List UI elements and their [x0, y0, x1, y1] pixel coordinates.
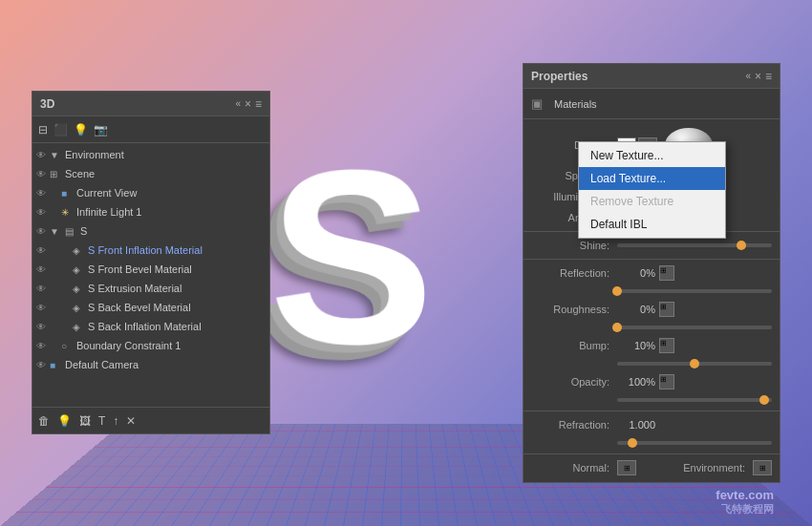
materials-tab-icon[interactable]: ▣: [531, 96, 543, 111]
scene-item-s-extrusion[interactable]: 👁 ◈ S Extrusion Material: [32, 279, 269, 298]
bump-slider-thumb[interactable]: [690, 359, 699, 368]
reflection-value: 0%: [617, 267, 655, 279]
camera-icon[interactable]: 📷: [94, 123, 108, 137]
panel-3d-title: 3D: [40, 97, 54, 111]
eye-icon-sfi[interactable]: 👁: [36, 245, 50, 256]
eye-icon-sfb[interactable]: 👁: [36, 264, 50, 275]
roughness-label: Roughness:: [531, 304, 617, 315]
props-close-icon[interactable]: ×: [755, 70, 761, 83]
light-icon[interactable]: 💡: [74, 123, 88, 137]
roughness-slider-row: [524, 320, 780, 335]
eye-icon-dc[interactable]: 👁: [36, 360, 50, 370]
panel-3d-toolbar: ⊟ ⬛ 💡 📷: [32, 116, 269, 143]
currentview-label: Current View: [76, 187, 266, 199]
shine-label: Shine:: [531, 240, 617, 251]
cube-icon[interactable]: ⬛: [53, 123, 68, 137]
watermark-line1: fevte.com: [716, 488, 774, 502]
refraction-value: 1.000: [617, 419, 655, 431]
eye-icon-se[interactable]: 👁: [36, 284, 50, 294]
roughness-slider-track[interactable]: [617, 326, 772, 329]
scene-item-camera[interactable]: 👁 ■ Default Camera: [32, 355, 269, 374]
scene-item-s-back-bevel[interactable]: 👁 ◈ S Back Bevel Material: [32, 298, 269, 317]
material-icon-sfb: ◈: [73, 264, 88, 275]
opacity-slider-track[interactable]: [617, 398, 772, 402]
panel-3d-menu-icon[interactable]: ≡: [255, 97, 262, 111]
props-menu-icon[interactable]: ≡: [765, 70, 772, 83]
eye-icon-bc[interactable]: 👁: [36, 341, 50, 351]
refraction-slider-track[interactable]: [617, 441, 772, 445]
bt-light-icon[interactable]: 💡: [57, 414, 72, 428]
eye-icon-env[interactable]: 👁: [36, 150, 50, 160]
shine-slider-track[interactable]: [617, 243, 772, 247]
scene-item-s-front-inflation[interactable]: 👁 ◈ S Front Inflation Material: [32, 241, 269, 260]
environment-label: Environment:: [683, 462, 753, 473]
normal-label: Normal:: [531, 462, 617, 473]
opacity-slider-thumb[interactable]: [759, 395, 769, 405]
eye-icon-cv[interactable]: 👁: [36, 188, 50, 199]
eye-icon-il[interactable]: 👁: [36, 207, 50, 218]
normal-texture-btn[interactable]: ⊞: [617, 460, 636, 475]
refraction-slider-thumb[interactable]: [628, 438, 637, 448]
big-3d-letter: S: [269, 112, 435, 403]
prop-row-reflection: Reflection: 0% ⊞: [524, 263, 780, 284]
reflection-link-btn[interactable]: ⊞: [659, 265, 674, 281]
reflection-label: Reflection:: [531, 267, 617, 279]
scene-item-s[interactable]: 👁 ▼ ▤ S: [32, 221, 269, 241]
bump-slider-track[interactable]: [617, 362, 772, 366]
props-title: Properties: [531, 70, 588, 83]
eye-icon-sbi[interactable]: 👁: [36, 322, 50, 332]
scene-item-boundary[interactable]: 👁 ○ Boundary Constraint 1: [32, 336, 269, 355]
context-menu-item-load-texture[interactable]: Load Texture...: [579, 167, 725, 190]
bump-link-btn[interactable]: ⊞: [659, 338, 674, 353]
scene-item-currentview[interactable]: 👁 ■ Current View: [32, 183, 269, 202]
roughness-link-btn[interactable]: ⊞: [659, 302, 674, 317]
bt-trash-icon[interactable]: 🗑: [38, 414, 50, 428]
reflection-slider-track[interactable]: [617, 289, 772, 293]
eye-icon-scene[interactable]: 👁: [36, 169, 50, 179]
shine-slider-thumb[interactable]: [737, 241, 746, 250]
panel-3d-collapse-icon[interactable]: «: [235, 98, 241, 109]
bt-delete-icon[interactable]: ✕: [126, 414, 136, 428]
scene-item-environment[interactable]: 👁 ▼ Environment: [32, 145, 269, 164]
panel-3d: 3D « × ≡ ⊟ ⬛ 💡 📷 👁 ▼ Environment 👁 ⊞ Sce…: [32, 91, 270, 434]
context-menu: New Texture... Load Texture... Remove Te…: [578, 141, 726, 239]
camera-label: Default Camera: [65, 359, 266, 370]
prop-row-opacity: Opacity: 100% ⊞: [524, 371, 780, 392]
context-menu-item-new-texture[interactable]: New Texture...: [579, 144, 725, 167]
materials-tab[interactable]: Materials: [550, 96, 601, 112]
scene-icon: ⊞: [50, 169, 65, 179]
reflection-slider-thumb[interactable]: [612, 286, 622, 296]
sbi-label: S Back Inflation Material: [88, 321, 266, 332]
opacity-link-btn[interactable]: ⊞: [659, 374, 674, 389]
refraction-label: Refraction:: [531, 419, 617, 431]
opacity-label: Opacity:: [531, 376, 617, 388]
env-label: Environment: [65, 149, 266, 160]
eye-icon-s[interactable]: 👁: [36, 226, 50, 237]
watermark-line2: 飞特教程网: [716, 502, 774, 516]
light-icon-il: ✳: [61, 207, 76, 218]
env-texture-btn[interactable]: ⊞: [753, 460, 772, 475]
prop-row-roughness: Roughness: 0% ⊞: [524, 299, 780, 320]
scene-item-infinite-light[interactable]: 👁 ✳ Infinite Light 1: [32, 202, 269, 221]
scene-item-s-back-inflation[interactable]: 👁 ◈ S Back Inflation Material: [32, 317, 269, 336]
opacity-value: 100%: [617, 376, 655, 388]
scene-item-scene[interactable]: 👁 ⊞ Scene: [32, 164, 269, 183]
roughness-slider-thumb[interactable]: [612, 323, 622, 332]
prop-row-refraction: Refraction: 1.000: [524, 414, 780, 435]
bt-text-icon[interactable]: T: [98, 414, 105, 428]
s-label: S: [80, 225, 266, 237]
scene-list: 👁 ▼ Environment 👁 ⊞ Scene 👁 ■ Current Vi…: [32, 143, 269, 405]
panel-3d-bottom-toolbar: 🗑 💡 🖼 T ↑ ✕: [32, 407, 269, 433]
constraint-icon: ○: [61, 341, 76, 351]
bt-arrow-icon[interactable]: ↑: [113, 414, 118, 428]
panel-3d-close-icon[interactable]: ×: [245, 97, 251, 111]
context-menu-item-default-ibl[interactable]: Default IBL: [579, 213, 725, 236]
context-menu-item-remove-texture: Remove Texture: [579, 190, 725, 213]
filter-icon[interactable]: ⊟: [38, 123, 48, 137]
eye-icon-sbb[interactable]: 👁: [36, 303, 50, 313]
scene-item-s-front-bevel[interactable]: 👁 ◈ S Front Bevel Material: [32, 260, 269, 279]
props-collapse-icon[interactable]: «: [745, 71, 751, 81]
sfi-label: S Front Inflation Material: [88, 244, 266, 256]
se-label: S Extrusion Material: [88, 283, 266, 294]
bt-image-icon[interactable]: 🖼: [79, 414, 91, 428]
